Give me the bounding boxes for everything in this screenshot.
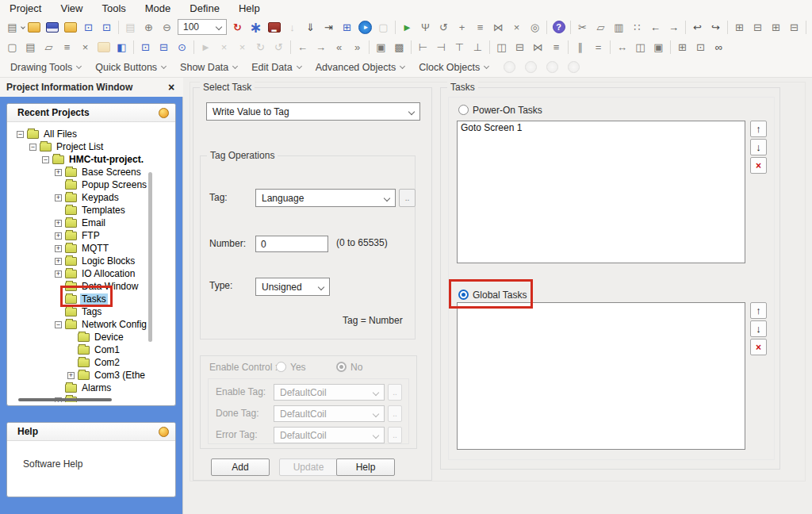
tag-browse-button[interactable]: .. [399, 189, 416, 207]
toolbar-button-edit-data[interactable]: Edit Data [244, 59, 308, 75]
expand-icon[interactable]: + [55, 194, 62, 201]
align-right-icon[interactable]: ⊣ [432, 39, 450, 56]
toolbar-button-quick-buttons[interactable]: Quick Buttons [88, 59, 173, 75]
text-size-icon[interactable]: S [809, 18, 812, 36]
help-icon[interactable]: ? [550, 18, 568, 36]
distribute-horizontal-icon[interactable]: ∥ [571, 39, 589, 56]
upload-from-device-icon[interactable]: ⊡ [98, 18, 116, 36]
collapse-icon[interactable]: − [55, 321, 62, 328]
align-bottom-icon[interactable]: ⊥ [469, 39, 487, 56]
move-up-button[interactable]: ↑ [750, 121, 767, 137]
send-back-icon[interactable]: ▩ [390, 39, 408, 56]
rotate-tool-icon[interactable]: ↺ [435, 18, 453, 36]
new-file-icon[interactable]: ▤ [3, 18, 21, 36]
menu-help[interactable]: Help [229, 1, 270, 16]
pan-hand-icon[interactable]: Ψ [416, 18, 435, 36]
add-screen-icon[interactable]: ▤ [21, 39, 40, 56]
expand-icon[interactable]: + [55, 232, 62, 240]
move-down-button[interactable]: ↓ [750, 320, 767, 337]
connect-icon[interactable]: ⋈ [529, 39, 547, 56]
toolbar-button-drawing-tools[interactable]: Drawing Tools [3, 59, 88, 75]
expand-icon[interactable]: + [55, 245, 62, 252]
menu-mode[interactable]: Mode [136, 1, 181, 16]
collapse-orb-icon[interactable] [159, 108, 169, 118]
historical-data-icon[interactable]: ⊙ [173, 39, 191, 56]
expand-icon[interactable]: + [55, 220, 62, 227]
collapse-icon[interactable]: − [17, 131, 24, 138]
nav-back-icon[interactable]: ← [293, 39, 312, 56]
nav-last-icon[interactable]: » [348, 39, 366, 56]
menu-tools[interactable]: Tools [92, 1, 135, 16]
expand-icon[interactable]: + [55, 169, 62, 176]
toolbar-button-advanced-objects[interactable]: Advanced Objects [308, 59, 412, 75]
tree-item-alarms[interactable]: Alarms [7, 382, 175, 394]
data-table-icon[interactable]: ⊞ [338, 18, 356, 36]
zoom-in-icon[interactable]: ⊕ [140, 18, 158, 36]
toolbar-button-clock-objects[interactable]: Clock Objects [412, 59, 496, 75]
export-icon[interactable]: ⇥ [320, 18, 338, 36]
simulate-icon[interactable]: ► [398, 18, 416, 36]
no-touch-icon[interactable]: × [508, 18, 526, 36]
download-icon[interactable]: ⇓ [301, 18, 320, 36]
global-tasks-list[interactable] [457, 302, 745, 450]
same-width-icon[interactable]: ↔ [613, 39, 631, 56]
settings-gear-icon[interactable]: ∗ [247, 18, 265, 36]
distribute-vertical-icon[interactable]: = [589, 39, 607, 56]
transfer-icon[interactable]: ↻ [228, 18, 247, 36]
paste-icon[interactable]: ▥ [610, 18, 628, 36]
list-item[interactable]: Goto Screen 1 [458, 121, 745, 134]
delete-task-button[interactable]: × [750, 157, 767, 174]
ungroup-icon[interactable]: ⊡ [691, 39, 710, 56]
group-icon[interactable]: ⊞ [673, 39, 691, 56]
move-up-button[interactable]: ↑ [750, 302, 767, 319]
menu-define[interactable]: Define [180, 1, 229, 16]
grid-show-icon[interactable]: ⊞ [730, 18, 749, 36]
open-project-icon[interactable] [25, 18, 43, 36]
new-screen-icon[interactable]: ▢ [3, 39, 21, 56]
tree-horizontal-scrollbar[interactable] [18, 398, 112, 401]
collapse-icon[interactable]: − [42, 156, 49, 163]
nav-forward-icon[interactable]: → [312, 39, 330, 56]
center-vertical-icon[interactable]: ⊟ [511, 39, 529, 56]
global-tasks-radio[interactable] [458, 290, 469, 300]
multi-copy-icon[interactable]: ⋈ [489, 18, 508, 36]
center-horizontal-icon[interactable]: ◫ [492, 39, 511, 56]
tree-item-com3-ethe[interactable]: +Com3 (Ethe [7, 369, 175, 382]
delete-screen-icon[interactable]: × [76, 39, 94, 56]
delete-task-button[interactable]: × [750, 339, 767, 355]
copy-icon[interactable]: ▱ [592, 18, 610, 36]
help-button[interactable]: Help [336, 458, 395, 476]
device-monitor-icon[interactable]: ⊡ [136, 39, 155, 56]
expand-icon[interactable]: + [67, 372, 75, 379]
select-task-combo[interactable]: Write Value to Tag [206, 102, 420, 121]
menu-view[interactable]: View [51, 1, 92, 16]
run-icon[interactable]: ► [356, 18, 374, 36]
media-manager-icon[interactable]: ▂ [265, 18, 283, 36]
add-button[interactable]: Add [211, 458, 270, 476]
copy-screen-icon[interactable]: ▱ [40, 39, 58, 56]
grid-snap-icon[interactable]: ⊟ [749, 18, 767, 36]
menu-project[interactable]: Project [0, 1, 51, 16]
tree-item-all-files[interactable]: −All Files [7, 128, 175, 140]
collapse-icon[interactable]: − [29, 144, 36, 151]
collapse-orb-icon[interactable] [159, 427, 169, 437]
download-to-device-icon[interactable]: ⊡ [79, 18, 98, 36]
tree-item-hmc-tut-project[interactable]: −HMC-tut-project. [7, 153, 175, 166]
folder-icon[interactable] [61, 18, 79, 36]
add-item-icon[interactable]: ≡ [58, 39, 76, 56]
align-left-icon[interactable]: ⊢ [414, 39, 432, 56]
next-icon[interactable]: → [665, 18, 683, 36]
tag-combo[interactable]: Language [255, 189, 396, 207]
expand-icon[interactable]: + [55, 258, 62, 265]
grid-size-icon[interactable]: ⊞ [767, 18, 785, 36]
save-icon[interactable] [43, 18, 61, 36]
number-input[interactable]: 0 [255, 236, 328, 252]
close-icon[interactable]: × [164, 80, 178, 94]
bring-front-icon[interactable]: ▣ [372, 39, 390, 56]
align-top-icon[interactable]: ⊤ [450, 39, 469, 56]
tree-item-com1[interactable]: Com1 [7, 343, 175, 356]
object-list-icon[interactable]: ≡ [471, 18, 489, 36]
tree-vertical-scrollbar[interactable] [148, 172, 152, 342]
type-combo[interactable]: Unsigned [255, 278, 330, 296]
expand-icon[interactable]: + [55, 270, 62, 278]
